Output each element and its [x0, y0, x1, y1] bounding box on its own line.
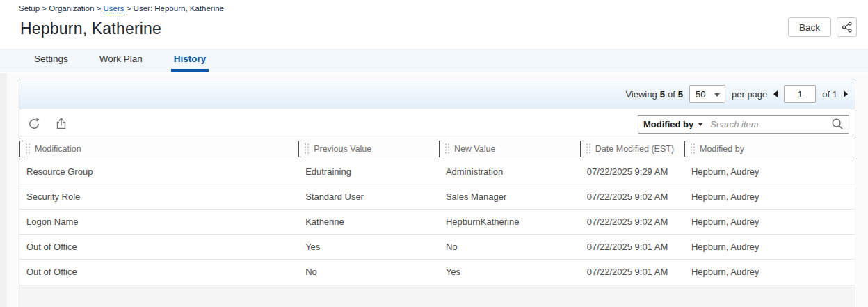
- page-header: Setup > Organization > Users > User: Hep…: [0, 0, 868, 49]
- cell-modification: Out of Office: [19, 235, 298, 260]
- cell-modification: Out of Office: [19, 260, 298, 285]
- column-resize-handle[interactable]: [298, 141, 302, 157]
- page-title: Hepburn, Katherine: [20, 19, 161, 38]
- search-box: Modified by Search item: [638, 115, 849, 134]
- cell-new-value: Sales Manager: [439, 184, 580, 210]
- share-icon: [842, 22, 853, 33]
- column-header-modification[interactable]: Modification: [19, 139, 298, 159]
- content-area: Viewing 5 of 5 50 per page of 1: [0, 73, 868, 307]
- tab-history[interactable]: History: [171, 49, 209, 72]
- tab-bar: Settings Work Plan History: [0, 49, 868, 72]
- cell-new-value: Yes: [439, 260, 580, 285]
- page-size-select[interactable]: 50: [689, 85, 725, 103]
- cell-date-modified: 07/22/2025 9:02 AM: [580, 184, 684, 210]
- cell-modification: Security Role: [19, 184, 298, 210]
- cell-modification: Logon Name: [19, 210, 298, 235]
- table-row: Out of Office Yes No 07/22/2025 9:01 AM …: [19, 235, 855, 260]
- table-row: Resource Group Edutraining Administratio…: [19, 159, 855, 184]
- column-grip-icon[interactable]: [304, 143, 309, 155]
- history-panel: Viewing 5 of 5 50 per page of 1: [19, 79, 855, 307]
- cell-previous-value: No: [298, 260, 439, 285]
- page: Setup > Organization > Users > User: Hep…: [0, 0, 868, 307]
- cell-previous-value: Yes: [298, 235, 439, 260]
- column-header-date-modified[interactable]: Date Modified (EST): [580, 139, 684, 159]
- chevron-down-icon: [714, 93, 720, 97]
- grid-toolbar: Modified by Search item: [19, 109, 855, 139]
- cell-date-modified: 07/22/2025 9:01 AM: [580, 235, 684, 260]
- column-header-new-value[interactable]: New Value: [439, 139, 580, 159]
- column-header-label: Modification: [35, 144, 81, 154]
- cell-modified-by: Hepburn, Audrey: [684, 210, 855, 235]
- column-resize-handle[interactable]: [439, 141, 442, 157]
- search-input[interactable]: Search item: [710, 119, 827, 129]
- cell-modified-by: Hepburn, Audrey: [684, 184, 855, 210]
- cell-previous-value: Katherine: [298, 210, 439, 235]
- tab-settings[interactable]: Settings: [31, 49, 71, 72]
- cell-date-modified: 07/22/2025 9:29 AM: [580, 159, 684, 184]
- column-resize-handle[interactable]: [684, 141, 688, 157]
- cell-previous-value: Edutraining: [298, 159, 439, 184]
- breadcrumb-prefix: Setup > Organization >: [19, 4, 103, 13]
- cell-new-value: HepburnKatherine: [439, 210, 580, 235]
- per-page-label: per page: [732, 89, 767, 100]
- table-row: Logon Name Katherine HepburnKatherine 07…: [19, 210, 855, 235]
- column-header-label: New Value: [454, 144, 496, 154]
- back-button-label: Back: [799, 22, 820, 33]
- table-header-row: Modification Previous Value New Value Da…: [19, 139, 855, 159]
- search-icon[interactable]: [831, 118, 844, 130]
- search-filter-dropdown[interactable]: Modified by: [643, 119, 693, 129]
- export-icon: [54, 117, 68, 131]
- panel-footer: [19, 285, 855, 307]
- back-button[interactable]: Back: [788, 17, 831, 37]
- column-header-modified-by[interactable]: Modified by: [684, 139, 855, 159]
- viewing-summary: Viewing 5 of 5: [625, 89, 683, 100]
- share-button[interactable]: [837, 17, 857, 37]
- page-number-input[interactable]: [784, 85, 816, 103]
- tab-settings-label: Settings: [34, 54, 68, 64]
- breadcrumb-suffix: > User: Hepburn, Katherine: [124, 4, 225, 13]
- history-table: Modification Previous Value New Value Da…: [19, 139, 855, 285]
- viewing-label: Viewing: [625, 89, 657, 100]
- column-grip-icon[interactable]: [586, 143, 590, 155]
- filter-chevron-down-icon[interactable]: [698, 123, 703, 126]
- column-header-label: Date Modified (EST): [595, 144, 674, 154]
- pagination-bar: Viewing 5 of 5 50 per page of 1: [19, 79, 855, 109]
- cell-modification: Resource Group: [19, 159, 298, 184]
- export-button[interactable]: [52, 115, 70, 133]
- cell-modified-by: Hepburn, Audrey: [684, 235, 855, 260]
- tab-history-label: History: [174, 54, 207, 64]
- refresh-icon: [27, 117, 41, 131]
- cell-modified-by: Hepburn, Audrey: [684, 260, 855, 285]
- viewing-total-count: 5: [678, 89, 683, 100]
- cell-previous-value: Standard User: [298, 184, 439, 210]
- column-header-label: Previous Value: [314, 144, 371, 154]
- column-resize-handle[interactable]: [580, 141, 584, 157]
- tab-work-plan[interactable]: Work Plan: [97, 49, 145, 72]
- column-resize-handle[interactable]: [19, 141, 23, 157]
- column-grip-icon[interactable]: [25, 143, 30, 155]
- cell-date-modified: 07/22/2025 9:01 AM: [580, 260, 684, 285]
- cell-modified-by: Hepburn, Audrey: [684, 159, 855, 184]
- viewing-of-label: of: [668, 89, 675, 100]
- cell-new-value: No: [439, 235, 580, 260]
- previous-page-icon[interactable]: [773, 90, 778, 97]
- column-header-previous-value[interactable]: Previous Value: [298, 139, 439, 159]
- next-page-icon[interactable]: [844, 90, 848, 97]
- column-grip-icon[interactable]: [690, 143, 695, 155]
- page-size-value: 50: [696, 89, 705, 100]
- refresh-button[interactable]: [25, 115, 43, 133]
- viewing-shown-count: 5: [660, 89, 665, 100]
- table-row: Security Role Standard User Sales Manage…: [19, 184, 855, 210]
- column-header-label: Modified by: [700, 144, 744, 154]
- tab-work-plan-label: Work Plan: [99, 54, 143, 64]
- total-pages-label: of 1: [822, 89, 837, 100]
- cell-new-value: Administration: [439, 159, 580, 184]
- column-grip-icon[interactable]: [444, 143, 449, 155]
- left-gutter: [0, 73, 7, 307]
- cell-date-modified: 07/22/2025 9:02 AM: [580, 210, 684, 235]
- breadcrumb-link-users[interactable]: Users: [103, 4, 124, 13]
- table-row: Out of Office No Yes 07/22/2025 9:01 AM …: [19, 260, 855, 285]
- breadcrumb: Setup > Organization > Users > User: Hep…: [19, 4, 224, 13]
